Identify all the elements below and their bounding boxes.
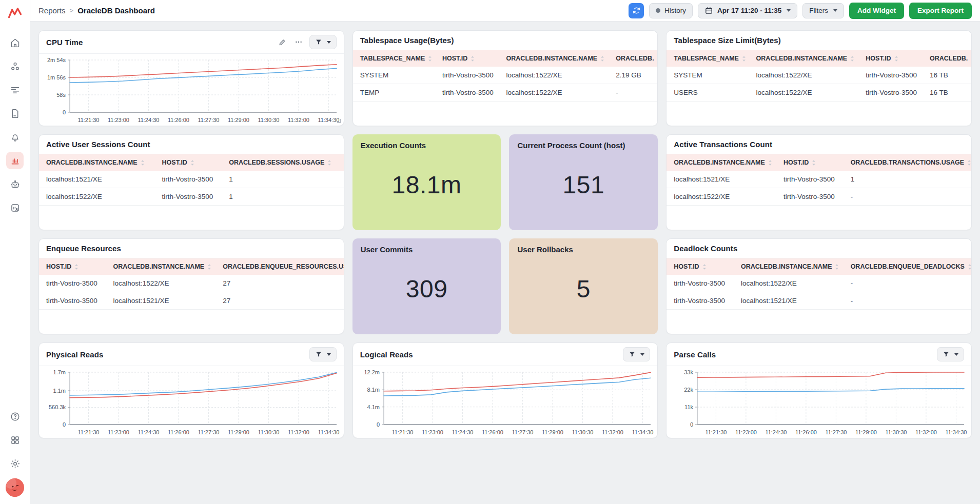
parse-calls-chart[interactable]: 11:21:3011:23:0011:24:3011:26:0011:27:30… [667, 366, 971, 438]
sort-icon[interactable] [74, 264, 79, 270]
table-row[interactable]: tirth-Vostro-3500localhost:1521/XE- [667, 292, 971, 310]
tile-title: User Commits [361, 245, 493, 254]
column-header[interactable]: HOST.ID [435, 50, 499, 67]
alerts-bell-icon[interactable] [6, 128, 24, 146]
column-header[interactable]: TABLESPACE_NAME [667, 50, 749, 67]
widget-title: Deadlock Counts [674, 244, 737, 253]
table-row[interactable]: SYSTEMlocalhost:1522/XEtirth-Vostro-3500… [667, 67, 971, 84]
table-row[interactable]: localhost:1521/XEtirth-Vostro-35001 [39, 171, 344, 188]
history-button[interactable]: History [649, 3, 693, 18]
widget-title: Parse Calls [674, 350, 716, 359]
settings-gear-icon[interactable] [6, 455, 24, 472]
sort-icon[interactable] [190, 159, 194, 166]
sort-icon[interactable] [702, 264, 707, 270]
infrastructure-icon[interactable] [6, 57, 24, 75]
pencil-icon[interactable] [278, 37, 288, 47]
filters-button[interactable]: Filters [802, 3, 844, 18]
column-header[interactable]: ORACLEDB.INSTANCE.NAME [106, 258, 216, 275]
column-header[interactable]: ORACLEDB.ENQUEUE_DEADLOCKS [844, 258, 971, 275]
chevron-down-icon [954, 353, 958, 356]
svg-text:11:29:00: 11:29:00 [542, 429, 563, 435]
rum-icon[interactable] [6, 199, 24, 216]
table-row[interactable]: localhost:1521/XEtirth-Vostro-35001 [667, 171, 971, 188]
column-header[interactable]: HOST.ID [39, 258, 106, 275]
sort-icon[interactable] [812, 159, 816, 166]
resize-handle[interactable] [337, 119, 341, 123]
filter-button[interactable] [623, 347, 650, 361]
column-header[interactable]: HOST.ID [776, 154, 844, 171]
home-icon[interactable] [6, 34, 24, 51]
column-header[interactable]: ORACLEDB.INSTANCE.NAME [39, 154, 155, 171]
table-header-row: HOST.IDORACLEDB.INSTANCE.NAMEORACLEDB.EN… [667, 258, 971, 275]
filter-button[interactable] [309, 347, 337, 361]
svg-text:11:26:00: 11:26:00 [482, 429, 503, 435]
sort-icon[interactable] [894, 55, 898, 62]
column-header[interactable]: HOST.ID [667, 258, 734, 275]
breadcrumb-reports[interactable]: Reports [38, 6, 66, 15]
ellipsis-icon[interactable] [293, 37, 304, 47]
column-header[interactable]: ORACLEDB. [609, 50, 657, 67]
logical-reads-chart[interactable]: 11:21:3011:23:0011:24:3011:26:0011:27:30… [353, 366, 658, 438]
filter-button[interactable] [937, 347, 964, 361]
table-cell: USERS [667, 84, 749, 102]
chevron-down-icon [327, 41, 331, 44]
tile-user-rollbacks[interactable]: User Rollbacks 5 [509, 238, 658, 334]
table-row[interactable]: SYSTEMtirth-Vostro-3500localhost:1522/XE… [353, 67, 658, 84]
table-row[interactable]: localhost:1522/XEtirth-Vostro-35001 [39, 188, 344, 206]
column-header[interactable]: ORACLEDB. [923, 50, 971, 67]
cpu-time-chart[interactable]: 11:21:3011:23:0011:24:3011:26:0011:27:30… [39, 54, 344, 126]
middleware-logo-icon [7, 7, 23, 19]
column-header[interactable]: ORACLEDB.INSTANCE.NAME [734, 258, 844, 275]
document-icon[interactable] [6, 105, 24, 122]
export-report-button[interactable]: Export Report [909, 3, 972, 19]
sort-icon[interactable] [141, 159, 145, 166]
middleware-logo[interactable] [6, 5, 24, 21]
table-row[interactable]: tirth-Vostro-3500localhost:1522/XE- [667, 275, 971, 292]
bot-icon[interactable] [6, 175, 24, 193]
svg-text:58s: 58s [56, 92, 66, 98]
sort-icon[interactable] [967, 159, 971, 166]
svg-text:11:29:00: 11:29:00 [855, 429, 877, 435]
tile-user-commits[interactable]: User Commits 309 [352, 238, 501, 334]
filter-button[interactable] [309, 35, 337, 49]
dashboards-chart-icon[interactable] [6, 152, 24, 169]
column-header[interactable]: ORACLEDB.SESSIONS.USAGE [222, 154, 343, 171]
column-header[interactable]: ORACLEDB.INSTANCE.NAME [667, 154, 776, 171]
sort-icon[interactable] [428, 55, 432, 62]
refresh-button[interactable] [629, 3, 644, 18]
column-header[interactable]: ORACLEDB.ENQUEUE_RESOURCES.US [215, 258, 343, 275]
svg-text:11:26:00: 11:26:00 [168, 429, 189, 435]
table-row[interactable]: TEMPtirth-Vostro-3500localhost:1522/XE- [353, 84, 658, 102]
table-row[interactable]: localhost:1522/XEtirth-Vostro-3500- [667, 188, 971, 206]
user-avatar[interactable] [6, 478, 24, 497]
sort-icon[interactable] [207, 264, 211, 270]
table-row[interactable]: tirth-Vostro-3500localhost:1522/XE27 [39, 275, 344, 292]
tile-execution-counts[interactable]: Execution Counts 18.1m [352, 134, 501, 230]
logs-icon[interactable] [6, 81, 24, 98]
column-header[interactable]: ORACLEDB.TRANSACTIONS.USAGE [844, 154, 971, 171]
table-row[interactable]: tirth-Vostro-3500localhost:1521/XE27 [39, 292, 344, 310]
sort-icon[interactable] [768, 159, 772, 166]
add-widget-button[interactable]: Add Widget [849, 3, 904, 19]
column-header[interactable]: HOST.ID [858, 50, 923, 67]
column-header[interactable]: HOST.ID [155, 154, 222, 171]
sort-icon[interactable] [850, 55, 854, 62]
column-header[interactable]: ORACLEDB.INSTANCE.NAME [749, 50, 859, 67]
svg-text:11:26:00: 11:26:00 [795, 429, 817, 435]
sort-icon[interactable] [327, 159, 331, 166]
sort-icon[interactable] [742, 55, 746, 62]
sort-icon[interactable] [471, 55, 475, 62]
date-range-button[interactable]: Apr 17 11:20 - 11:35 [698, 3, 797, 18]
table-row[interactable]: USERSlocalhost:1522/XEtirth-Vostro-35001… [667, 84, 971, 102]
help-icon[interactable] [6, 408, 24, 425]
sort-icon[interactable] [835, 264, 839, 270]
sort-icon[interactable] [600, 55, 604, 62]
column-header[interactable]: TABLESPACE_NAME [353, 50, 435, 67]
sidebar-nav [6, 34, 24, 216]
column-header[interactable]: ORACLEDB.INSTANCE.NAME [499, 50, 609, 67]
tile-current-process-count[interactable]: Current Process Count (host) 151 [509, 134, 658, 230]
physical-reads-chart[interactable]: 11:21:3011:23:0011:24:3011:26:0011:27:30… [39, 366, 344, 438]
apps-grid-icon[interactable] [6, 431, 24, 449]
app-root: Reports > OracleDB Dashboard History [0, 0, 980, 504]
sort-icon[interactable] [968, 264, 971, 270]
